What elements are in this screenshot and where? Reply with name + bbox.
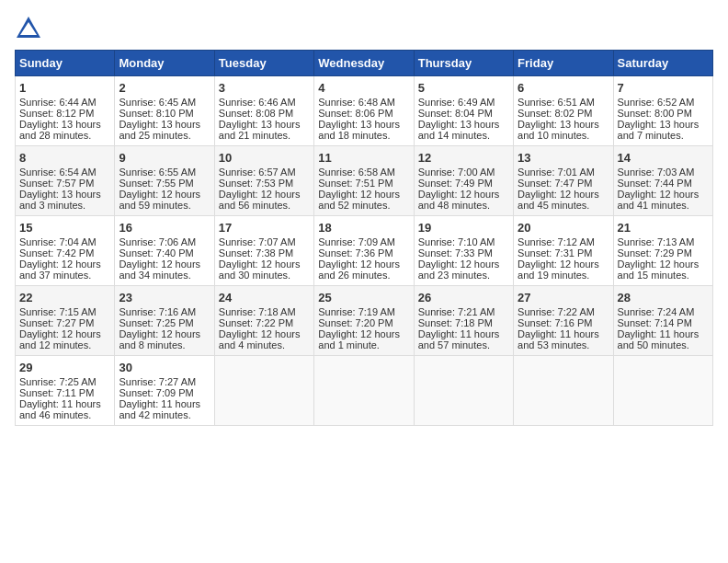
day-number: 16 — [119, 221, 210, 235]
sunset-label: Sunset: 8:10 PM — [119, 108, 193, 119]
week-row-5: 29Sunrise: 7:25 AMSunset: 7:11 PMDayligh… — [16, 356, 713, 426]
day-cell: 5Sunrise: 6:49 AMSunset: 8:04 PMDaylight… — [414, 76, 513, 146]
sunrise-label: Sunrise: 6:54 AM — [19, 167, 97, 178]
logo-icon — [15, 15, 42, 42]
daylight-label: Daylight: 12 hours and 45 minutes. — [518, 189, 599, 211]
col-header-sunday: Sunday — [16, 51, 115, 76]
day-cell: 7Sunrise: 6:52 AMSunset: 8:00 PMDaylight… — [613, 76, 712, 146]
sunrise-label: Sunrise: 6:49 AM — [418, 97, 495, 108]
sunset-label: Sunset: 7:09 PM — [119, 387, 193, 398]
day-cell: 27Sunrise: 7:22 AMSunset: 7:16 PMDayligh… — [514, 286, 613, 356]
daylight-label: Daylight: 13 hours and 28 minutes. — [19, 119, 101, 141]
day-cell: 14Sunrise: 7:03 AMSunset: 7:44 PMDayligh… — [613, 146, 712, 216]
day-cell: 23Sunrise: 7:16 AMSunset: 7:25 PMDayligh… — [115, 286, 214, 356]
sunrise-label: Sunrise: 7:00 AM — [418, 167, 495, 178]
sunrise-label: Sunrise: 7:03 AM — [618, 167, 695, 178]
day-cell: 20Sunrise: 7:12 AMSunset: 7:31 PMDayligh… — [514, 216, 613, 286]
daylight-label: Daylight: 12 hours and 26 minutes. — [318, 259, 400, 281]
daylight-label: Daylight: 12 hours and 8 minutes. — [119, 328, 200, 350]
day-cell: 28Sunrise: 7:24 AMSunset: 7:14 PMDayligh… — [613, 286, 712, 356]
week-row-2: 8Sunrise: 6:54 AMSunset: 7:57 PMDaylight… — [16, 146, 713, 216]
daylight-label: Daylight: 12 hours and 1 minute. — [318, 328, 400, 350]
sunset-label: Sunset: 7:49 PM — [418, 178, 493, 189]
day-number: 10 — [219, 151, 310, 165]
day-number: 6 — [518, 81, 609, 95]
sunset-label: Sunset: 7:16 PM — [518, 317, 592, 328]
day-cell: 18Sunrise: 7:09 AMSunset: 7:36 PMDayligh… — [314, 216, 414, 286]
day-number: 21 — [618, 221, 709, 235]
sunset-label: Sunset: 7:14 PM — [618, 317, 692, 328]
sunrise-label: Sunrise: 7:13 AM — [618, 236, 695, 247]
sunset-label: Sunset: 7:20 PM — [318, 317, 392, 328]
day-number: 11 — [318, 151, 409, 165]
sunrise-label: Sunrise: 7:15 AM — [19, 306, 97, 317]
day-cell — [314, 356, 414, 426]
day-cell: 3Sunrise: 6:46 AMSunset: 8:08 PMDaylight… — [214, 76, 313, 146]
daylight-label: Daylight: 12 hours and 41 minutes. — [618, 189, 700, 211]
daylight-label: Daylight: 13 hours and 10 minutes. — [518, 119, 599, 141]
sunset-label: Sunset: 8:12 PM — [19, 108, 94, 119]
sunset-label: Sunset: 7:51 PM — [318, 178, 392, 189]
sunset-label: Sunset: 7:57 PM — [19, 178, 94, 189]
day-number: 29 — [19, 361, 110, 374]
day-number: 25 — [318, 291, 409, 304]
day-number: 1 — [19, 81, 110, 95]
day-cell: 22Sunrise: 7:15 AMSunset: 7:27 PMDayligh… — [16, 286, 115, 356]
daylight-label: Daylight: 13 hours and 25 minutes. — [119, 119, 200, 141]
col-header-tuesday: Tuesday — [214, 51, 313, 76]
sunrise-label: Sunrise: 7:19 AM — [318, 306, 395, 317]
logo — [15, 15, 46, 42]
col-header-monday: Monday — [115, 51, 214, 76]
day-cell: 11Sunrise: 6:58 AMSunset: 7:51 PMDayligh… — [314, 146, 414, 216]
sunset-label: Sunset: 7:47 PM — [518, 178, 592, 189]
day-number: 24 — [219, 291, 310, 304]
day-number: 18 — [318, 221, 409, 235]
daylight-label: Daylight: 12 hours and 19 minutes. — [518, 259, 599, 281]
sunrise-label: Sunrise: 7:16 AM — [119, 306, 196, 317]
sunrise-label: Sunrise: 6:48 AM — [318, 97, 395, 108]
sunset-label: Sunset: 8:06 PM — [318, 108, 392, 119]
sunrise-label: Sunrise: 6:58 AM — [318, 167, 395, 178]
daylight-label: Daylight: 13 hours and 7 minutes. — [618, 119, 700, 141]
sunset-label: Sunset: 8:08 PM — [219, 108, 293, 119]
daylight-label: Daylight: 13 hours and 3 minutes. — [19, 189, 101, 211]
calendar-table: SundayMondayTuesdayWednesdayThursdayFrid… — [15, 50, 713, 426]
col-header-friday: Friday — [514, 51, 613, 76]
col-header-thursday: Thursday — [414, 51, 513, 76]
daylight-label: Daylight: 12 hours and 52 minutes. — [318, 189, 400, 211]
day-cell — [214, 356, 313, 426]
day-number: 2 — [119, 81, 210, 95]
day-cell — [514, 356, 613, 426]
sunrise-label: Sunrise: 7:24 AM — [618, 306, 695, 317]
daylight-label: Daylight: 12 hours and 4 minutes. — [219, 328, 301, 350]
daylight-label: Daylight: 12 hours and 37 minutes. — [19, 259, 101, 281]
daylight-label: Daylight: 11 hours and 57 minutes. — [418, 328, 500, 350]
day-cell: 26Sunrise: 7:21 AMSunset: 7:18 PMDayligh… — [414, 286, 513, 356]
daylight-label: Daylight: 11 hours and 50 minutes. — [618, 328, 700, 350]
sunset-label: Sunset: 7:27 PM — [19, 317, 94, 328]
day-cell: 21Sunrise: 7:13 AMSunset: 7:29 PMDayligh… — [613, 216, 712, 286]
daylight-label: Daylight: 12 hours and 34 minutes. — [119, 259, 200, 281]
col-header-saturday: Saturday — [613, 51, 712, 76]
sunrise-label: Sunrise: 7:22 AM — [518, 306, 595, 317]
sunset-label: Sunset: 7:38 PM — [219, 247, 293, 259]
daylight-label: Daylight: 12 hours and 30 minutes. — [219, 259, 301, 281]
day-cell: 15Sunrise: 7:04 AMSunset: 7:42 PMDayligh… — [16, 216, 115, 286]
day-cell: 16Sunrise: 7:06 AMSunset: 7:40 PMDayligh… — [115, 216, 214, 286]
day-number: 28 — [618, 291, 709, 304]
week-row-4: 22Sunrise: 7:15 AMSunset: 7:27 PMDayligh… — [16, 286, 713, 356]
sunrise-label: Sunrise: 6:45 AM — [119, 97, 196, 108]
day-number: 27 — [518, 291, 609, 304]
day-number: 5 — [418, 81, 509, 95]
day-cell: 4Sunrise: 6:48 AMSunset: 8:06 PMDaylight… — [314, 76, 414, 146]
day-number: 4 — [318, 81, 409, 95]
sunset-label: Sunset: 8:02 PM — [518, 108, 592, 119]
sunset-label: Sunset: 8:00 PM — [618, 108, 692, 119]
daylight-label: Daylight: 12 hours and 59 minutes. — [119, 189, 200, 211]
sunrise-label: Sunrise: 6:52 AM — [618, 97, 695, 108]
day-number: 9 — [119, 151, 210, 165]
day-number: 3 — [219, 81, 310, 95]
week-row-3: 15Sunrise: 7:04 AMSunset: 7:42 PMDayligh… — [16, 216, 713, 286]
daylight-label: Daylight: 13 hours and 14 minutes. — [418, 119, 500, 141]
sunset-label: Sunset: 8:04 PM — [418, 108, 493, 119]
